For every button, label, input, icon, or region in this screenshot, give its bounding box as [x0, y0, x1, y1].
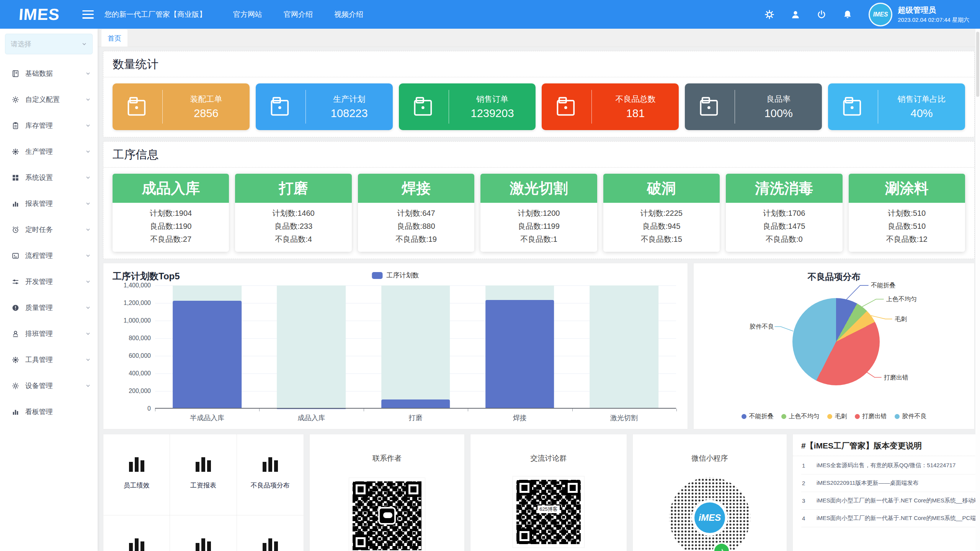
pie-legend-item[interactable]: 上色不均匀 [781, 412, 820, 421]
stat-card: 销售订单1239203 [399, 83, 536, 130]
bell-icon[interactable] [843, 10, 853, 20]
stat-label: 装配工单 [190, 94, 222, 104]
bar-chart-legend[interactable]: 工序计划数 [372, 271, 419, 280]
pie-chart-title: 不良品项分布 [694, 271, 974, 283]
chevron-down-icon [85, 357, 91, 362]
scrollbar[interactable] [975, 29, 980, 551]
bar-background-band [590, 285, 658, 409]
avatar[interactable]: IMES [869, 3, 892, 26]
bar [381, 399, 450, 409]
tab-home[interactable]: 首页 [101, 29, 127, 47]
chevron-down-icon [85, 331, 91, 336]
sidebar-item-kanban-mgmt[interactable]: 看板管理 [0, 399, 98, 425]
version-changelog-card: #【iMES工厂管家】版本变更说明 1iMES全套源码出售，有意的联系QQ/微信… [792, 434, 980, 551]
report-link-salary-report[interactable]: 工资报表 [170, 434, 237, 515]
bar-background-band [277, 285, 346, 409]
nav-link-site-intro[interactable]: 官网介绍 [284, 10, 313, 20]
gear-icon[interactable] [764, 10, 774, 20]
mini-program-qr-code: iMES ♪ [669, 477, 750, 551]
pie-slice-label: 上色不均匀 [886, 295, 917, 303]
bad-count: 不良品数:1 [480, 233, 597, 246]
bar-chart-card[interactable]: 工序计划数Top5 工序计划数 1,400,000 1,200,000 1,00… [103, 263, 688, 429]
pie-legend-dot [827, 414, 832, 419]
pie-legend-item[interactable]: 打磨出错 [855, 412, 887, 421]
admin-name: 超级管理员 [898, 5, 969, 16]
good-count: 良品数:1475 [726, 220, 842, 233]
discussion-group-card: 交流讨论群 625博客 群名称:625博客 群 号:200884004 [470, 434, 627, 551]
pie-legend-dot [895, 414, 900, 419]
pie-legend-dot [855, 414, 860, 419]
sidebar-item-basic-data[interactable]: 基础数据 [0, 60, 98, 86]
sidebar-select[interactable]: 请选择 [5, 34, 93, 54]
sidebar-select-placeholder: 请选择 [11, 39, 82, 49]
process-card: 激光切割 计划数:1200良品数:1199不良品数:1 [480, 174, 597, 252]
version-row[interactable]: 1iMES全套源码出售，有意的联系QQ/微信：514224717 [801, 457, 980, 474]
version-row[interactable]: 2iMES20220911版本更新——桌面端发布 [801, 474, 980, 492]
report-link-output-statistics[interactable]: 产量统计 [237, 515, 304, 551]
bad-count: 不良品数:0 [726, 233, 842, 246]
pie-chart-card[interactable]: 不良品项分布 不能折叠 上色不均匀 毛刺 打磨出错 胶件不良 不能折叠 上色不均… [693, 263, 975, 429]
sidebar-item-custom-config[interactable]: 自定义配置 [0, 86, 98, 112]
version-row[interactable]: 4iMES面向小型工厂的新一代基于.NET Core的MES系统__PC端 [801, 510, 980, 527]
process-card: 焊接 计划数:647良品数:880不良品数:19 [358, 174, 474, 252]
sidebar-item-process-mgmt[interactable]: 流程管理 [0, 243, 98, 269]
music-note-icon: ♪ [713, 542, 730, 551]
nav-link-video-intro[interactable]: 视频介绍 [334, 10, 363, 20]
bar [173, 301, 242, 409]
scrollbar-thumb[interactable] [976, 32, 979, 97]
report-link-production-report[interactable]: 生产报表 [170, 515, 237, 551]
sidebar-item-system-settings[interactable]: 系统设置 [0, 165, 98, 191]
bar-chart-title: 工序计划数Top5 [113, 270, 180, 282]
bar-chart-icon [263, 538, 278, 551]
sidebar-item-inventory[interactable]: 库存管理 [0, 112, 98, 139]
version-row[interactable]: 3iMES面向小型工厂的新一代基于.NET Core的MES系统__移动端 [801, 492, 980, 510]
process-card: 涮涂料 计划数:510良品数:510不良品数:12 [849, 174, 965, 252]
user-icon[interactable] [791, 10, 800, 20]
folder-icon [698, 95, 721, 118]
bar-chart-x-axis: 半成品入库 成品入库 打磨 焊接 激光切割 [155, 413, 676, 422]
sidebar-item-shift-mgmt[interactable]: 排班管理 [0, 321, 98, 347]
sidebar-item-equipment-mgmt[interactable]: 设备管理 [0, 373, 98, 399]
pie-legend-item[interactable]: 胶件不良 [895, 412, 927, 421]
chevron-down-icon [85, 175, 91, 180]
power-icon[interactable] [817, 10, 826, 20]
stat-label: 销售订单 [476, 94, 508, 104]
stat-card: 装配工单2856 [113, 83, 250, 130]
folder-icon [555, 95, 578, 118]
sidebar-item-report-mgmt[interactable]: 报表管理 [0, 191, 98, 217]
process-card-header: 涮涂料 [849, 174, 965, 203]
report-link-employee-performance[interactable]: 员工绩效 [103, 434, 170, 515]
chevron-down-icon [85, 71, 91, 76]
sidebar-item-scheduled-tasks[interactable]: 定时任务 [0, 217, 98, 243]
bar-legend-label: 工序计划数 [387, 271, 419, 280]
pie-legend-dot [742, 414, 746, 419]
current-datetime: 2023.02.04 02:07:44 星期六 [898, 16, 969, 24]
stat-value: 2856 [194, 107, 219, 120]
report-link-defect-summary[interactable]: 不良品项汇总 [103, 515, 170, 551]
mini-program-card: 微信小程序 iMES ♪ [632, 434, 787, 551]
clipboard-icon [11, 122, 20, 130]
bad-count: 不良品数:12 [849, 233, 965, 246]
chevron-down-icon [85, 123, 91, 128]
bad-count: 不良品数:4 [235, 233, 351, 246]
sidebar-item-production[interactable]: 生产管理 [0, 139, 98, 165]
bar-column [468, 285, 572, 409]
sidebar-item-dev-mgmt[interactable]: 开发管理 [0, 269, 98, 295]
group-qr-code: 625博客 [513, 476, 584, 548]
nav-link-official-site[interactable]: 官方网站 [233, 10, 262, 20]
pie-legend-item[interactable]: 毛刺 [827, 412, 847, 421]
report-link-defect-distribution[interactable]: 不良品项分布 [237, 434, 304, 515]
pie-legend-item[interactable]: 不能折叠 [742, 412, 774, 421]
x-category-label: 激光切割 [572, 413, 676, 422]
process-card: 清洗消毒 计划数:1706良品数:1475不良品数:0 [726, 174, 842, 252]
report-links-card: 员工绩效 工资报表 不良品项分布 不良品项汇总 生产报表 产量统计 [103, 434, 304, 551]
contact-qr-code [349, 478, 425, 551]
menu-collapse-icon[interactable] [82, 10, 94, 19]
stats-section-title: 数量统计 [113, 57, 965, 72]
flow-card-icon [11, 252, 20, 260]
stat-label: 销售订单占比 [898, 94, 946, 104]
sidebar-item-tool-mgmt[interactable]: 工具管理 [0, 347, 98, 373]
process-card-header: 破洞 [603, 174, 720, 203]
sidebar-item-quality-mgmt[interactable]: 质量管理 [0, 295, 98, 321]
bar-background-band [381, 285, 450, 409]
